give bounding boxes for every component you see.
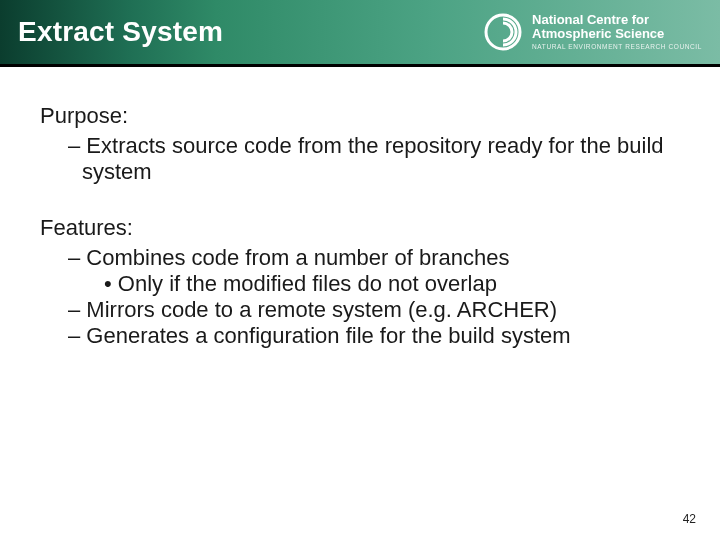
brand-subline: NATURAL ENVIRONMENT RESEARCH COUNCIL bbox=[532, 44, 702, 51]
feature-item: Mirrors code to a remote system (e.g. AR… bbox=[68, 297, 680, 323]
purpose-label: Purpose: bbox=[40, 103, 680, 129]
feature-item-text: Generates a configuration file for the b… bbox=[86, 323, 570, 348]
slide-title: Extract System bbox=[18, 16, 223, 48]
purpose-item-text: Extracts source code from the repository… bbox=[82, 133, 664, 184]
feature-item-text: Combines code from a number of branches bbox=[86, 245, 509, 270]
feature-item: Generates a configuration file for the b… bbox=[68, 323, 680, 349]
page-number: 42 bbox=[683, 512, 696, 526]
brand-text: National Centre for Atmospheric Science … bbox=[532, 13, 702, 50]
brand-block: National Centre for Atmospheric Science … bbox=[484, 13, 702, 51]
slide: Extract System National Centre for Atmos… bbox=[0, 0, 720, 540]
feature-subitem: Only if the modified files do not overla… bbox=[104, 271, 680, 297]
brand-line2: Atmospheric Science bbox=[532, 27, 702, 41]
slide-header: Extract System National Centre for Atmos… bbox=[0, 0, 720, 64]
purpose-item: Extracts source code from the repository… bbox=[68, 133, 680, 185]
brand-line1: National Centre for bbox=[532, 13, 702, 27]
feature-subitem-text: Only if the modified files do not overla… bbox=[118, 271, 497, 296]
brand-logo-icon bbox=[484, 13, 522, 51]
feature-item: Combines code from a number of branches bbox=[68, 245, 680, 271]
features-label: Features: bbox=[40, 215, 680, 241]
feature-item-text: Mirrors code to a remote system (e.g. AR… bbox=[86, 297, 557, 322]
slide-body: Purpose: Extracts source code from the r… bbox=[0, 67, 720, 349]
